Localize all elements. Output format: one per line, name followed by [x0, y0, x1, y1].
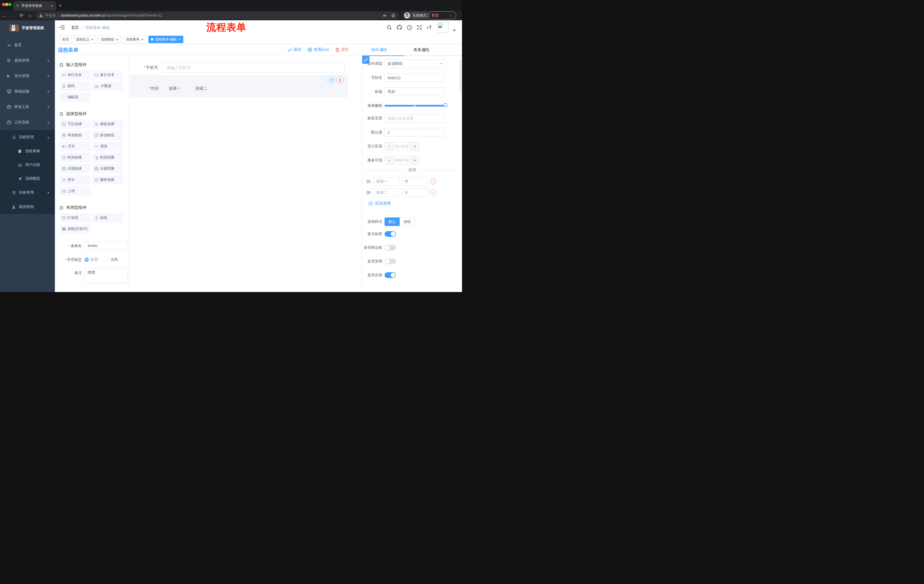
sidebar-toggle-icon[interactable]: [59, 25, 64, 30]
grid-slider[interactable]: [384, 102, 445, 110]
palette-item-checkbox-group[interactable]: 多选框组: [92, 131, 123, 140]
close-icon[interactable]: ✕: [178, 38, 181, 41]
max-select-value[interactable]: 最多可选: [393, 156, 411, 164]
option1-value-input[interactable]: [402, 177, 428, 186]
sidebar-item-user-group[interactable]: 用户分组: [0, 158, 55, 172]
palette-item-upload[interactable]: 上传: [59, 186, 90, 196]
address-bar[interactable]: 不安全 dashboard.yudao.iocoder.cn/bpm/manag…: [36, 12, 399, 19]
palette-item-radio-group[interactable]: 单选框组: [59, 131, 90, 140]
fullscreen-icon[interactable]: [417, 25, 422, 30]
copy-component-button[interactable]: [328, 77, 335, 84]
view-json-button[interactable]: 查看json: [308, 47, 329, 52]
font-size-icon[interactable]: TT: [427, 25, 433, 30]
palette-item-color-picker[interactable]: 颜色选择: [92, 175, 123, 184]
tag-home[interactable]: 首页: [59, 36, 71, 43]
clear-button[interactable]: 清空: [335, 47, 349, 52]
required-toggle[interactable]: [384, 272, 396, 278]
default-value-input[interactable]: [384, 128, 445, 137]
palette-item-counter[interactable]: 123计数器: [92, 81, 123, 91]
option2-value-input[interactable]: [402, 188, 428, 197]
tag-process-form-edit[interactable]: 流程表单-编辑✕: [148, 36, 183, 43]
sidebar-item-task-mgmt[interactable]: 任务管理▼: [0, 186, 55, 200]
disabled-toggle[interactable]: [384, 258, 396, 264]
password-key-icon[interactable]: [383, 13, 387, 18]
checkbox-option2-label[interactable]: 选项二: [195, 86, 207, 91]
slider-handle[interactable]: [444, 103, 447, 107]
tag-process-model[interactable]: 流程模型✕: [98, 36, 121, 43]
radio-off-icon[interactable]: [105, 258, 109, 262]
remove-option-button[interactable]: −: [430, 190, 436, 196]
plus-button[interactable]: +: [411, 156, 419, 164]
back-icon[interactable]: ←: [0, 13, 8, 18]
style-button-button[interactable]: 按钮: [400, 217, 415, 226]
palette-item-button[interactable]: 按钮: [92, 213, 123, 222]
palette-item-table[interactable]: 表格[开发中]: [59, 224, 90, 234]
remark-textarea[interactable]: 嘿嘿: [85, 268, 127, 283]
sidebar-item-home[interactable]: 首页: [0, 38, 55, 53]
palette-item-multi-text[interactable]: 多行文本: [92, 70, 123, 80]
new-tab-button[interactable]: +: [59, 3, 62, 8]
close-icon[interactable]: ✕: [141, 38, 144, 41]
chrome-update-button[interactable]: 更新 ⋮: [428, 12, 456, 20]
radio-on-label[interactable]: 开启: [90, 257, 98, 262]
palette-item-slider[interactable]: 滑块: [92, 142, 123, 151]
minus-button[interactable]: −: [385, 156, 393, 164]
minus-button[interactable]: −: [385, 142, 393, 150]
sidebar-item-workflow[interactable]: 工作流程▲: [0, 115, 55, 130]
help-icon[interactable]: ?: [407, 25, 412, 30]
with-border-toggle[interactable]: [384, 245, 396, 250]
tab-form-props[interactable]: 表单属性: [413, 48, 429, 53]
sidebar-item-system[interactable]: ⚙ 系统管理▼: [0, 53, 55, 68]
sidebar-item-process-model[interactable]: 流程模型: [0, 172, 55, 186]
palette-item-switch[interactable]: 开关: [59, 142, 90, 151]
tag-process-form[interactable]: 流程表单✕: [123, 36, 146, 43]
phone-field-input[interactable]: [162, 63, 345, 73]
macos-zoom-button[interactable]: [8, 3, 12, 6]
browser-tab[interactable]: 芋道管理系统 ✕: [13, 1, 56, 11]
option2-label-input[interactable]: [373, 188, 399, 197]
title-input[interactable]: [384, 87, 445, 96]
component-type-select[interactable]: [384, 59, 445, 68]
tag-process-definition[interactable]: 流程定义✕: [73, 36, 96, 43]
palette-item-time-range[interactable]: 时间范围: [92, 153, 123, 162]
palette-item-select[interactable]: 下拉选择: [59, 119, 90, 129]
field-name-input[interactable]: [384, 73, 445, 82]
palette-item-cascader[interactable]: 级联选择: [92, 119, 123, 129]
checkbox-option1-label[interactable]: 选项一: [169, 86, 181, 91]
palette-item-rate[interactable]: 评分: [59, 175, 90, 184]
bookmark-star-icon[interactable]: [391, 13, 395, 18]
palette-item-editor[interactable]: 编辑器: [59, 92, 90, 102]
palette-item-row-container[interactable]: 行容器: [59, 213, 90, 222]
sidebar-item-process-form[interactable]: 流程表单: [0, 144, 55, 158]
panel-scrollbar[interactable]: [460, 60, 461, 91]
add-option-button[interactable]: 添加选项: [368, 201, 462, 206]
form-name-input[interactable]: [85, 241, 127, 250]
close-icon[interactable]: ✕: [91, 38, 94, 41]
save-button[interactable]: 保存: [288, 47, 301, 52]
tab-component-props[interactable]: 组件属性: [371, 48, 387, 53]
tab-close-icon[interactable]: ✕: [51, 4, 53, 8]
close-icon[interactable]: ✕: [116, 38, 118, 41]
style-default-button[interactable]: 默认: [384, 217, 400, 226]
palette-item-date-range[interactable]: 日期范围: [92, 164, 123, 173]
drag-handle-icon[interactable]: [366, 179, 371, 183]
plus-button[interactable]: +: [411, 142, 419, 150]
reload-icon[interactable]: ⟳: [17, 13, 26, 18]
user-menu-caret-icon[interactable]: [453, 30, 456, 31]
radio-on-icon[interactable]: [85, 258, 89, 262]
checkbox-option2[interactable]: [189, 86, 193, 90]
drag-handle-icon[interactable]: [366, 191, 371, 194]
form-canvas[interactable]: *手机号 *性别 选项一 选项二: [129, 55, 362, 292]
forward-icon[interactable]: →: [8, 13, 17, 18]
chrome-menu-icon[interactable]: ⋮: [449, 13, 452, 18]
sidebar-item-process-mgmt[interactable]: 流程管理▲: [0, 130, 55, 144]
min-select-value[interactable]: 至少应选: [393, 142, 411, 150]
selected-component-gender[interactable]: *性别 选项一 选项二: [130, 75, 348, 97]
palette-item-date-picker[interactable]: 日期选择: [59, 164, 90, 173]
checkbox-option1[interactable]: [162, 86, 167, 90]
show-label-toggle[interactable]: [384, 231, 396, 237]
macos-minimize-button[interactable]: [5, 3, 8, 6]
delete-component-button[interactable]: [337, 77, 344, 84]
avatar[interactable]: [437, 22, 449, 33]
sidebar-item-infra[interactable]: 基础设施▼: [0, 84, 55, 99]
